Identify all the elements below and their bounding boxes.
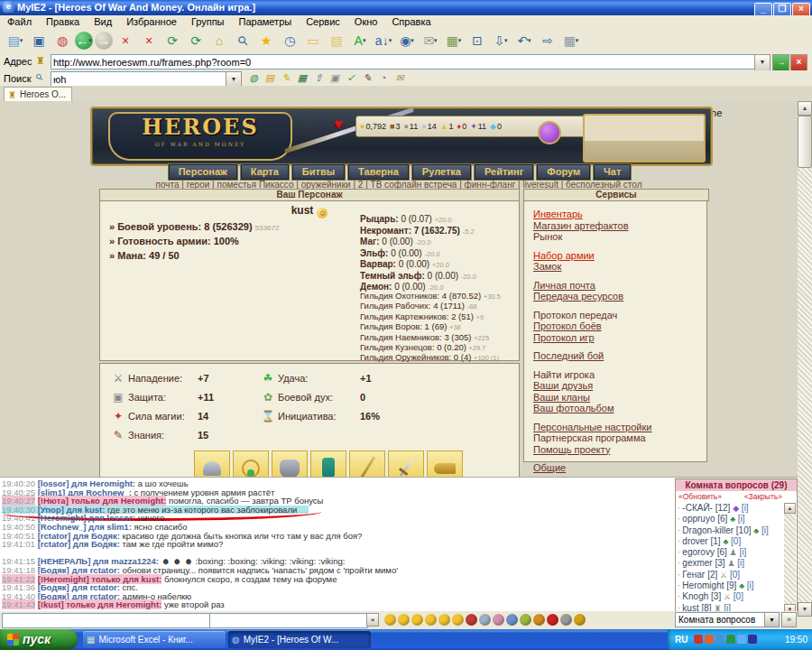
tongue-icon[interactable] bbox=[438, 614, 450, 626]
service-link[interactable]: Рынок bbox=[533, 231, 562, 242]
service-link[interactable]: Найти игрока bbox=[533, 369, 595, 380]
close-tab-button[interactable]: × bbox=[790, 54, 807, 71]
user-info-link[interactable]: [i] bbox=[747, 580, 754, 590]
home-icon[interactable]: ⌂ bbox=[208, 31, 230, 51]
tray-ru-icon[interactable] bbox=[748, 635, 757, 644]
compass-icon[interactable]: ◔ bbox=[375, 71, 392, 85]
user-name[interactable]: Knogh [3] bbox=[682, 591, 721, 601]
user-name[interactable]: egorovy [6] bbox=[682, 547, 726, 557]
menu-item[interactable]: Окно bbox=[347, 16, 385, 27]
service-link[interactable]: Передача ресурсов bbox=[533, 291, 623, 302]
blush-icon[interactable] bbox=[493, 614, 504, 626]
chat-input[interactable] bbox=[209, 613, 368, 628]
taskbar-task[interactable]: ▦Microsoft Excel - Книг... bbox=[83, 631, 226, 648]
copy-icon[interactable]: ▣ bbox=[327, 71, 343, 85]
stop-icon[interactable]: × bbox=[115, 31, 136, 51]
scroll-up-button[interactable]: ▲ bbox=[798, 101, 812, 116]
service-link[interactable]: Общие bbox=[533, 462, 566, 473]
nav-button[interactable]: Персонаж bbox=[169, 164, 237, 180]
room-select[interactable]: Комната вопросов▼ bbox=[675, 612, 780, 627]
nav-button[interactable]: Форум bbox=[537, 164, 590, 180]
beer-icon[interactable] bbox=[533, 614, 545, 626]
service-link[interactable]: Ваши кланы bbox=[533, 392, 590, 403]
highlight-icon[interactable]: A▾ bbox=[349, 31, 371, 51]
user-info-link[interactable]: [i] bbox=[742, 503, 749, 513]
user-info-link[interactable]: [i] bbox=[737, 558, 744, 568]
edit-check-icon[interactable]: ✓ bbox=[343, 71, 359, 85]
grin-icon[interactable] bbox=[425, 614, 437, 626]
select-dropdown-icon[interactable]: ▼ bbox=[764, 613, 779, 627]
user-info-link[interactable]: [i] bbox=[738, 514, 745, 524]
clear-button[interactable]: × bbox=[366, 613, 379, 627]
fill-form-icon[interactable]: ⇩▾ bbox=[490, 31, 512, 51]
smiley-icon[interactable] bbox=[384, 614, 396, 626]
address-dropdown[interactable]: ▼ bbox=[754, 54, 770, 71]
new-page-icon[interactable]: ▤▾ bbox=[5, 31, 26, 51]
userlist-scrollbar[interactable]: ▲ ▼ bbox=[784, 503, 796, 615]
go-button[interactable]: → bbox=[772, 54, 789, 71]
user-name[interactable]: Генаг [2] bbox=[682, 570, 717, 580]
recipient-field[interactable] bbox=[2, 613, 211, 628]
scroll-down-button[interactable]: ▼ bbox=[798, 602, 812, 617]
sick-icon[interactable] bbox=[520, 614, 531, 626]
browser-icon[interactable]: ◉▾ bbox=[396, 31, 418, 51]
tray-messenger-icon[interactable] bbox=[715, 635, 724, 644]
user-name[interactable]: drover [1] bbox=[682, 536, 720, 546]
page-scrollbar[interactable]: ▲ ▼ bbox=[798, 101, 812, 617]
smiley2-icon[interactable] bbox=[398, 614, 410, 626]
menu-item[interactable]: Параметры bbox=[232, 16, 300, 27]
nav-button[interactable]: Таверна bbox=[348, 164, 409, 180]
user-name[interactable]: Heromight [9] bbox=[682, 580, 736, 590]
clock-emote-icon[interactable] bbox=[574, 614, 586, 626]
start-button[interactable]: пуск bbox=[0, 629, 78, 650]
user-name[interactable]: gexmer [3] bbox=[682, 558, 724, 568]
flag-icon[interactable] bbox=[547, 614, 558, 626]
user-info-link[interactable]: [0] bbox=[731, 536, 741, 546]
title-bar[interactable]: eMyIE2 - [Heroes Of War And Money. Онлай… bbox=[0, 0, 812, 15]
tray-shield-icon[interactable] bbox=[694, 635, 703, 644]
highlighter-icon[interactable]: ✎ bbox=[278, 71, 294, 85]
service-link[interactable]: Магазин артефактов bbox=[533, 220, 629, 231]
user-info-link[interactable]: [i] bbox=[761, 525, 769, 535]
excel-icon[interactable]: ▦ bbox=[294, 71, 310, 85]
character-name[interactable]: kust bbox=[291, 204, 314, 217]
stop-all-icon[interactable]: × bbox=[138, 31, 160, 51]
favorites-icon[interactable]: ★ bbox=[255, 31, 277, 51]
menu-item[interactable]: Группы bbox=[184, 16, 232, 27]
undo-icon[interactable]: ↶▾ bbox=[513, 31, 535, 51]
pen-icon[interactable]: ✎ bbox=[359, 71, 375, 85]
angry-icon[interactable] bbox=[466, 614, 477, 626]
sort-icon[interactable]: a↓▾ bbox=[373, 31, 394, 51]
folders-icon[interactable]: ▭ bbox=[302, 31, 324, 51]
refresh-icon[interactable]: ⟳ bbox=[161, 31, 183, 51]
service-link[interactable]: Помощь проекту bbox=[533, 444, 610, 455]
cool-icon[interactable] bbox=[506, 614, 518, 626]
tray-network-icon[interactable] bbox=[726, 635, 735, 644]
service-link[interactable]: Инвентарь bbox=[533, 209, 583, 219]
menu-item[interactable]: Вид bbox=[87, 16, 119, 27]
menu-item[interactable]: Сервис bbox=[299, 16, 347, 27]
upload-icon[interactable]: ⇧ bbox=[310, 71, 327, 85]
user-info-link[interactable]: [0] bbox=[734, 591, 743, 601]
mail-send-icon[interactable]: ✉ bbox=[392, 71, 408, 85]
mail-icon[interactable]: ✉▾ bbox=[420, 31, 441, 51]
search-icon[interactable]: ⚲ bbox=[232, 31, 254, 51]
menu-item[interactable]: Справка bbox=[384, 16, 438, 27]
nav-button[interactable]: Чат bbox=[594, 164, 631, 180]
window-resize-icon[interactable]: ⊡ bbox=[466, 31, 488, 51]
user-info-link[interactable]: [0] bbox=[730, 570, 740, 580]
taskbar-task[interactable]: ◍MyIE2 - [Heroes Of W... bbox=[228, 631, 371, 648]
tray-audio-icon[interactable] bbox=[737, 635, 746, 644]
forward-icon[interactable]: → bbox=[95, 32, 113, 50]
service-link[interactable]: Протокол передач bbox=[533, 310, 617, 320]
nav-button[interactable]: Рулетка bbox=[412, 164, 471, 180]
user-name[interactable]: Dragon-killer [10] bbox=[682, 525, 751, 535]
room-go-button[interactable]: » bbox=[781, 612, 797, 627]
user-name[interactable]: -СКАЙ- [12] bbox=[682, 503, 730, 513]
proxy-icon[interactable]: ⇨ bbox=[537, 31, 558, 51]
service-link[interactable]: Протокол игр bbox=[533, 332, 595, 343]
search-input[interactable] bbox=[51, 71, 229, 87]
refresh-link[interactable]: «Обновить» bbox=[678, 492, 722, 501]
history-icon[interactable]: ◷ bbox=[279, 31, 300, 51]
userlist-scroll-up[interactable]: ▲ bbox=[784, 503, 796, 514]
